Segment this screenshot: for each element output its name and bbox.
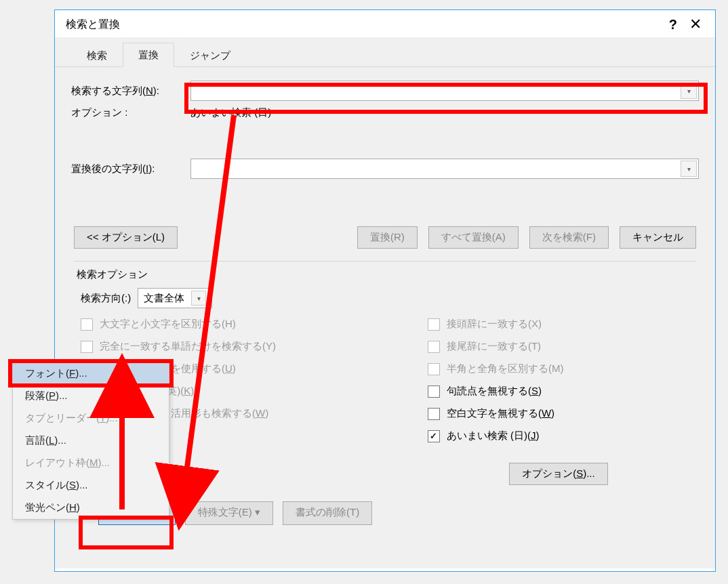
menu-style[interactable]: スタイル(S)... [13,474,169,497]
find-next-button[interactable]: 次を検索(F) [529,226,609,249]
menu-language[interactable]: 言語(L)... [13,430,169,452]
less-options-button[interactable]: << オプション(L) [74,226,178,249]
find-what-label: 検索する文字列(N): [71,85,190,98]
chevron-down-icon[interactable]: ▾ [681,83,697,99]
chevron-down-icon[interactable]: ▾ [681,161,697,177]
option-row: オプション : あいまい検索 (日) [71,106,699,119]
menu-font[interactable]: フォント(F)... [13,362,169,385]
checkbox-icon [428,318,440,331]
replace-button[interactable]: 置換(R) [357,226,418,249]
tab-find[interactable]: 検索 [71,43,123,67]
check-whole-word: 完全に一致する単語だけを検索する(Y) [81,340,401,353]
find-what-input[interactable]: ▾ [190,81,699,101]
no-formatting-button[interactable]: 書式の削除(T) [283,501,372,525]
fieldset-title: 検索オプション [74,268,150,281]
replace-all-button[interactable]: すべて置換(A) [428,226,519,249]
checkbox-icon [428,341,440,353]
titlebar: 検索と置換 ? ✕ [55,10,715,37]
find-row: 検索する文字列(N): ▾ [71,81,699,101]
check-prefix: 接頭辞に一致する(X) [428,318,689,331]
checkbox-icon [81,341,93,353]
check-suffix: 接尾辞に一致する(T) [428,340,689,353]
checkbox-icon[interactable] [428,385,440,398]
dialog-title: 検索と置換 [66,18,120,32]
menu-highlight[interactable]: 蛍光ペン(H) [13,497,169,519]
check-whitespace[interactable]: 空白文字を無視する(W) [428,407,689,420]
check-fuzzy-jp[interactable]: あいまい検索 (日)(J) [428,430,689,442]
check-width: 半角と全角を区別する(M) [428,362,689,375]
menu-paragraph[interactable]: 段落(P)... [13,385,169,407]
help-icon[interactable]: ? [669,17,677,33]
close-icon[interactable]: ✕ [689,16,702,33]
tab-replace[interactable]: 置換 [123,43,174,67]
checkbox-icon[interactable] [428,408,440,420]
cancel-button[interactable]: キャンセル [620,226,696,249]
direction-select[interactable]: 文書全体 ▾ [138,288,212,308]
checkbox-icon[interactable] [428,430,440,442]
tabs: 検索 置換 ジャンプ [55,43,715,67]
replace-with-label: 置換後の文字列(I): [71,163,190,175]
special-button[interactable]: 特殊文字(E) ▾ [185,501,273,525]
checks-right: 接頭辞に一致する(X) 接尾辞に一致する(T) 半角と全角を区別する(M) 句読… [428,318,689,485]
checkbox-icon [81,318,93,331]
options-dialog-button[interactable]: オプション(S)... [509,463,608,485]
menu-tabs: タブとリーダー(T)... [13,407,169,430]
main-button-row: << オプション(L) 置換(R) すべて置換(A) 次を検索(F) キャンセル [71,222,699,257]
menu-frame: レイアウト枠(M)... [13,452,169,474]
direction-label: 検索方向(:) [81,292,131,305]
checkbox-icon [428,363,440,375]
replace-with-input[interactable]: ▾ [190,159,699,179]
tab-jump[interactable]: ジャンプ [174,43,246,67]
replace-row: 置換後の文字列(I): ▾ [71,159,699,179]
check-match-case: 大文字と小文字を区別する(H) [81,318,401,331]
option-value: あいまい検索 (日) [190,106,271,119]
option-label: オプション : [71,106,190,119]
format-context-menu: フォント(F)... 段落(P)... タブとリーダー(T)... 言語(L).… [12,362,169,520]
direction-row: 検索方向(:) 文書全体 ▾ [74,281,696,318]
check-punctuation[interactable]: 句読点を無視する(S) [428,385,689,398]
chevron-down-icon[interactable]: ▾ [191,291,206,306]
window-controls: ? ✕ [669,16,707,33]
